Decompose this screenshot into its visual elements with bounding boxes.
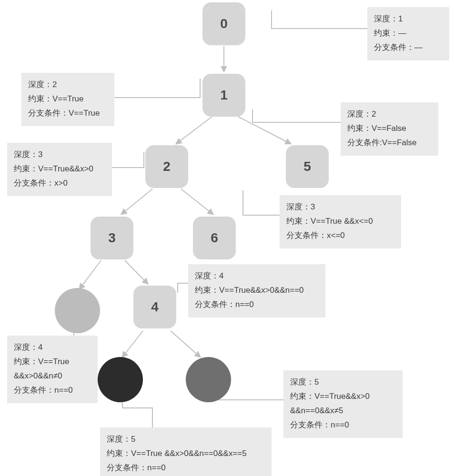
conn-l2 bbox=[111, 152, 144, 168]
label-leaf-dark: 深度：5 约束：V==True &&x>0&&n==0&&x==5 分支条件：n… bbox=[100, 427, 272, 476]
label-row-constraint: 约束：V==True &&x<=0 bbox=[286, 214, 394, 228]
label-node2: 深度：3 约束：V==True&&x>0 分支条件：x>0 bbox=[7, 143, 112, 196]
label-row-branch: 分支条件：n==0 bbox=[14, 383, 91, 397]
label-row-depth: 深度：2 bbox=[347, 107, 432, 121]
label-row-constraint: 约束：V==True&&x>0 bbox=[290, 389, 396, 404]
label-leaf-mid: 深度：5 约束：V==True&&x>0 &&n==0&&x≠5 分支条件：n=… bbox=[283, 370, 403, 438]
label-row-constraint: 约束：V==True&&x>0&&n==0 bbox=[195, 283, 319, 298]
node-label: 5 bbox=[303, 159, 311, 174]
node-4: 4 bbox=[133, 286, 176, 328]
leaf-mid bbox=[186, 357, 231, 402]
label-row-depth: 深度：3 bbox=[286, 200, 394, 214]
node-6: 6 bbox=[193, 217, 236, 259]
node-5: 5 bbox=[286, 145, 329, 188]
label-node4: 深度：4 约束：V==True&&x>0&&n==0 分支条件：n==0 bbox=[188, 264, 325, 317]
label-row-depth: 深度：5 bbox=[290, 375, 396, 389]
edge-3-4 bbox=[125, 260, 148, 284]
conn-l1R bbox=[252, 109, 341, 122]
label-leaf-grey: 深度：4 约束：V==True &&x>0&&n≠0 分支条件：n==0 bbox=[7, 336, 98, 403]
label-row-branch: 分支条件：n==0 bbox=[195, 298, 319, 312]
label-row-depth: 深度：4 bbox=[195, 269, 319, 283]
node-label: 2 bbox=[163, 159, 171, 174]
label-row-constraint: 约束：V==False bbox=[347, 121, 432, 136]
label-row-branch: 分支条件：— bbox=[374, 40, 443, 55]
conn-l1L bbox=[114, 79, 200, 98]
label-node0: 深度：1 约束：— 分支条件：— bbox=[367, 7, 449, 60]
node-3: 3 bbox=[91, 217, 133, 259]
leaf-dark bbox=[98, 357, 143, 402]
label-row-constraint: 约束：— bbox=[374, 26, 443, 40]
label-node1-right: 深度：2 约束：V==False 分支条件:V==False bbox=[341, 102, 438, 156]
label-row-branch: 分支条件：x>0 bbox=[14, 176, 105, 190]
conn-l4 bbox=[178, 283, 188, 293]
edge-1-5 bbox=[238, 117, 291, 144]
edge-4-leafmid bbox=[171, 331, 200, 357]
node-label: 4 bbox=[151, 299, 159, 315]
label-row-constraint: 约束：V==True &&x>0&&n==0&&x==5 bbox=[107, 446, 265, 461]
label-row-branch: 分支条件:V==False bbox=[347, 136, 432, 150]
node-1: 1 bbox=[202, 74, 245, 117]
label-row-constraint: 约束：V==True bbox=[28, 92, 108, 106]
diagram-canvas: 0 1 2 5 3 6 4 深度：1 约束：— 分支条件：— 深度：2 约束：V… bbox=[0, 0, 454, 476]
label-row-branch: 分支条件：V==True bbox=[28, 106, 108, 120]
conn-lmid bbox=[214, 400, 283, 401]
conn-ldark bbox=[122, 401, 152, 428]
node-label: 3 bbox=[108, 230, 116, 246]
label-row-depth: 深度：2 bbox=[28, 78, 108, 92]
edge-1-2 bbox=[176, 117, 212, 144]
label-row-constraint-cont: &&x>0&&n≠0 bbox=[14, 369, 91, 383]
label-row-constraint: 约束：V==True bbox=[14, 355, 91, 369]
node-label: 6 bbox=[211, 230, 218, 246]
conn-l0 bbox=[272, 10, 367, 29]
label-node5: 深度：3 约束：V==True &&x<=0 分支条件：x<=0 bbox=[280, 195, 401, 248]
label-row-depth: 深度：5 bbox=[107, 432, 265, 446]
label-node1-left: 深度：2 约束：V==True 分支条件：V==True bbox=[21, 73, 114, 126]
label-row-depth: 深度：3 bbox=[14, 148, 105, 162]
conn-l5 bbox=[243, 190, 280, 215]
node-label: 1 bbox=[220, 88, 228, 103]
node-label: 0 bbox=[220, 16, 228, 31]
leaf-grey bbox=[55, 288, 100, 333]
label-row-branch: 分支条件：n==0 bbox=[107, 461, 265, 475]
edge-2-3 bbox=[121, 189, 152, 214]
label-row-branch: 分支条件：x<=0 bbox=[286, 228, 394, 243]
edge-2-6 bbox=[181, 189, 213, 214]
label-row-constraint-cont: &&n==0&&x≠5 bbox=[290, 404, 396, 418]
label-row-branch: 分支条件：n==0 bbox=[290, 418, 396, 432]
node-0: 0 bbox=[202, 2, 245, 45]
label-row-depth: 深度：4 bbox=[14, 340, 91, 355]
label-row-constraint: 约束：V==True&&x>0 bbox=[14, 162, 105, 176]
edge-4-leafdark bbox=[122, 331, 143, 357]
label-row-depth: 深度：1 bbox=[374, 12, 443, 26]
edge-3-leafgrey bbox=[80, 260, 101, 289]
node-2: 2 bbox=[145, 145, 188, 188]
